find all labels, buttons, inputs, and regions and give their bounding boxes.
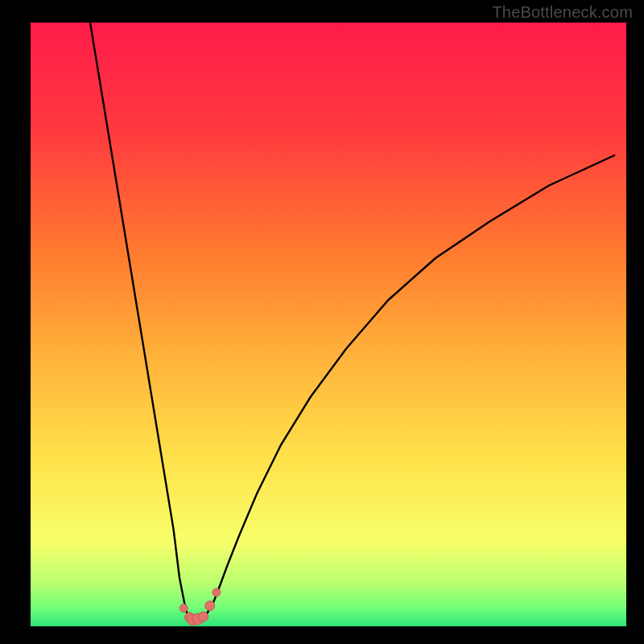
- watermark-text: TheBottleneck.com: [492, 3, 633, 22]
- curve-markers: [180, 588, 221, 625]
- chart-frame: TheBottleneck.com: [0, 0, 644, 644]
- curve-svg: [31, 23, 626, 626]
- curve-marker: [213, 588, 221, 597]
- bottleneck-curve: [90, 23, 614, 621]
- plot-area: [31, 23, 626, 626]
- curve-marker: [205, 601, 215, 611]
- curve-marker: [199, 612, 208, 621]
- curve-marker: [180, 605, 188, 613]
